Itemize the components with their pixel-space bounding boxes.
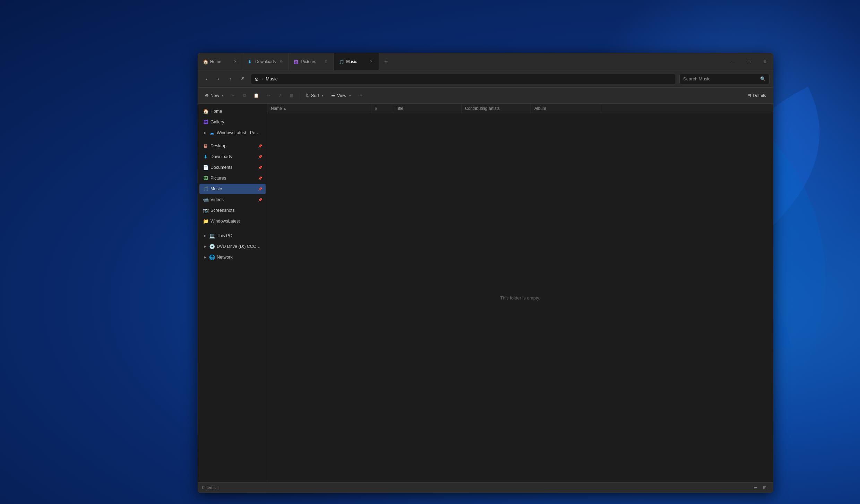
titlebar: 🏠 Home ✕ ⬇ Downloads ✕ 🖼 Pictures ✕ 🎵 Mu… xyxy=(198,53,773,70)
more-button[interactable]: ··· xyxy=(355,90,366,101)
sidebar-item-home-label: Home xyxy=(210,109,222,114)
sidebar-item-dvd[interactable]: ▶ 💿 DVD Drive (D:) CCC… xyxy=(199,241,266,252)
documents-icon: 📄 xyxy=(203,165,208,170)
share-icon: ↗ xyxy=(278,93,282,98)
new-tab-button[interactable]: + xyxy=(379,53,393,70)
minimize-button[interactable]: — xyxy=(725,53,741,70)
address-bar[interactable]: ⊙ › Music xyxy=(251,74,676,84)
up-button[interactable]: ↑ xyxy=(225,74,235,84)
col-header-album[interactable]: Album xyxy=(531,104,600,113)
tab-pictures-close[interactable]: ✕ xyxy=(323,59,329,64)
file-list: This folder is empty. xyxy=(267,113,773,482)
sidebar-item-screenshots[interactable]: 📷 Screenshots xyxy=(199,205,266,216)
tab-music-close[interactable]: ✕ xyxy=(368,59,374,64)
sidebar-item-downloads[interactable]: ⬇ Downloads 📌 xyxy=(199,151,266,162)
tab-downloads-icon: ⬇ xyxy=(248,59,253,64)
sort-label: Sort xyxy=(311,93,319,98)
music-icon: 🎵 xyxy=(203,186,208,192)
music-pin-icon: 📌 xyxy=(258,187,262,191)
tab-home[interactable]: 🏠 Home ✕ xyxy=(198,53,243,70)
copy-button[interactable]: ⧉ xyxy=(239,90,249,101)
view-label: View xyxy=(337,93,346,98)
sidebar-item-windowslatest-cloud[interactable]: ▶ ☁ WindowsLatest - Pe… xyxy=(199,128,266,138)
share-button[interactable]: ↗ xyxy=(275,90,285,101)
expand-icon: ▶ xyxy=(203,131,207,135)
back-button[interactable]: ‹ xyxy=(201,74,212,84)
sidebar-item-videos[interactable]: 📹 Videos 📌 xyxy=(199,194,266,205)
col-header-title[interactable]: Title xyxy=(392,104,462,113)
col-album-label: Album xyxy=(534,106,546,111)
tab-pictures[interactable]: 🖼 Pictures ✕ xyxy=(289,53,334,70)
rename-button[interactable]: ✏ xyxy=(263,90,274,101)
sidebar-item-windowslatest-label: WindowsLatest xyxy=(210,219,240,224)
sidebar-item-music[interactable]: 🎵 Music 📌 xyxy=(199,184,266,194)
sidebar-item-gallery-label: Gallery xyxy=(210,120,224,124)
sidebar-item-gallery[interactable]: 🖼 Gallery xyxy=(199,117,266,127)
delete-button[interactable]: 🗑 xyxy=(286,90,298,101)
delete-icon: 🗑 xyxy=(290,93,294,98)
col-header-num[interactable]: # xyxy=(371,104,392,113)
tab-downloads-close[interactable]: ✕ xyxy=(278,59,284,64)
sidebar-item-windowslatest-label: WindowsLatest - Pe… xyxy=(217,130,260,135)
search-bar[interactable]: Search Music 🔍 xyxy=(679,74,769,84)
network-expand-icon: ▶ xyxy=(203,255,207,259)
details-button[interactable]: ⊟ Details xyxy=(744,90,769,101)
pictures-pin-icon: 📌 xyxy=(258,176,262,180)
sidebar-item-thispc-label: This PC xyxy=(217,233,232,238)
col-header-artists[interactable]: Contributing artists xyxy=(462,104,531,113)
sidebar-item-documents[interactable]: 📄 Documents 📌 xyxy=(199,162,266,173)
paste-icon: 📋 xyxy=(253,93,259,98)
view-chevron-icon: ▾ xyxy=(349,94,351,97)
view-icon: ☰ xyxy=(331,93,335,98)
sort-button[interactable]: ⇅ Sort ▾ xyxy=(302,90,327,101)
col-artists-label: Contributing artists xyxy=(465,106,500,111)
sidebar-item-network-label: Network xyxy=(217,255,233,260)
maximize-button[interactable]: □ xyxy=(741,53,757,70)
status-tiles-view-btn[interactable]: ⊞ xyxy=(760,484,769,492)
thispc-expand-icon: ▶ xyxy=(203,234,207,238)
forward-icon: › xyxy=(218,76,219,81)
new-button[interactable]: ⊕ New ▾ xyxy=(201,90,227,101)
status-details-view-btn[interactable]: ☰ xyxy=(751,484,760,492)
home-icon: 🏠 xyxy=(203,108,208,114)
cloud-icon: ☁ xyxy=(209,130,215,136)
downloads-icon: ⬇ xyxy=(203,154,208,159)
sidebar-item-thispc[interactable]: ▶ 💻 This PC xyxy=(199,231,266,241)
main-content-pane: Name ▲ # Title Contributing artists Albu… xyxy=(267,104,773,482)
sidebar-item-desktop-label: Desktop xyxy=(210,144,226,148)
tab-music[interactable]: 🎵 Music ✕ xyxy=(334,53,379,70)
cut-button[interactable]: ✂ xyxy=(228,90,239,101)
tab-list: 🏠 Home ✕ ⬇ Downloads ✕ 🖼 Pictures ✕ 🎵 Mu… xyxy=(198,53,725,70)
col-header-name[interactable]: Name ▲ xyxy=(267,104,371,113)
content-area: 🏠 Home 🖼 Gallery ▶ ☁ WindowsLatest - Pe…… xyxy=(198,104,773,482)
close-button[interactable]: ✕ xyxy=(757,53,773,70)
sidebar-item-dvd-label: DVD Drive (D:) CCC… xyxy=(217,244,260,249)
more-icon: ··· xyxy=(359,93,362,98)
new-label: New xyxy=(210,93,219,98)
copy-icon: ⧉ xyxy=(243,93,246,98)
tab-downloads-label: Downloads xyxy=(255,59,276,64)
refresh-button[interactable]: ↺ xyxy=(237,74,247,84)
sidebar-item-music-label: Music xyxy=(210,186,222,191)
videos-icon: 📹 xyxy=(203,197,208,202)
sidebar-item-documents-label: Documents xyxy=(210,165,232,170)
tab-downloads[interactable]: ⬇ Downloads ✕ xyxy=(243,53,289,70)
sidebar: 🏠 Home 🖼 Gallery ▶ ☁ WindowsLatest - Pe…… xyxy=(198,104,267,482)
sidebar-item-pictures[interactable]: 🖼 Pictures 📌 xyxy=(199,173,266,183)
sidebar-item-desktop[interactable]: 🖥 Desktop 📌 xyxy=(199,141,266,151)
gallery-icon: 🖼 xyxy=(203,119,208,125)
desktop-icon: 🖥 xyxy=(203,143,208,149)
tab-home-icon: 🏠 xyxy=(203,59,208,64)
sidebar-item-network[interactable]: ▶ 🌐 Network xyxy=(199,252,266,262)
view-button[interactable]: ☰ View ▾ xyxy=(328,90,354,101)
toolbar: ⊕ New ▾ ✂ ⧉ 📋 ✏ ↗ 🗑 ⇅ Sort ▾ ☰ xyxy=(198,88,773,104)
address-path: Music xyxy=(266,76,277,81)
forward-button[interactable]: › xyxy=(213,74,224,84)
sidebar-item-windowslatest[interactable]: 📁 WindowsLatest xyxy=(199,216,266,226)
refresh-icon: ↺ xyxy=(240,76,244,81)
sidebar-item-downloads-label: Downloads xyxy=(210,154,232,159)
col-num-label: # xyxy=(375,106,377,111)
sidebar-item-home[interactable]: 🏠 Home xyxy=(199,106,266,116)
tab-home-close[interactable]: ✕ xyxy=(232,59,238,64)
paste-button[interactable]: 📋 xyxy=(250,90,263,101)
